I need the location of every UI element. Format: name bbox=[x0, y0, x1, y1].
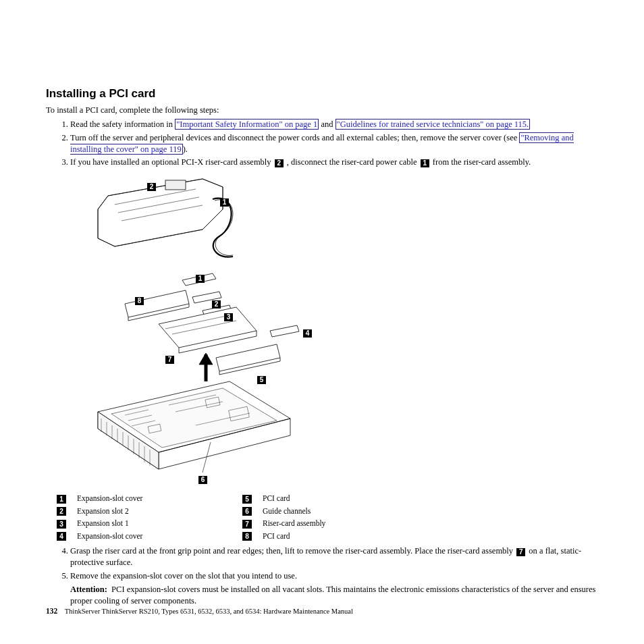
step-2: Turn off the server and peripheral devic… bbox=[70, 132, 603, 155]
step3-text-a: If you have installed an optional PCI-X … bbox=[70, 157, 273, 167]
legend-row-2: 2Expansion slot 2 bbox=[55, 506, 241, 517]
steps-list-continued: Grasp the riser card at the front grip p… bbox=[46, 545, 603, 606]
callout-1-inline: 1 bbox=[421, 159, 429, 167]
fig-callout-1: 1 bbox=[196, 275, 205, 283]
legend-row-7: 7Riser-card assembly bbox=[241, 518, 325, 529]
legend-row-5: 5PCI card bbox=[241, 493, 325, 504]
section-heading: Installing a PCI card bbox=[46, 86, 603, 102]
figure-area: 2 1 1 8 2 3 4 7 5 6 bbox=[61, 172, 603, 489]
legend-label-4: Expansion-slot cover bbox=[77, 531, 142, 542]
page-number: 132 bbox=[46, 607, 57, 615]
step5-text: Remove the expansion-slot cover on the s… bbox=[70, 571, 297, 581]
step4-text-a: Grasp the riser card at the front grip p… bbox=[70, 546, 515, 556]
footer-text: ThinkServer ThinkServer RS210, Types 653… bbox=[65, 608, 353, 615]
step3-text-c: from the riser-card assembly. bbox=[431, 157, 531, 167]
legend-label-5: PCI card bbox=[263, 493, 290, 504]
legend-num-3: 3 bbox=[57, 520, 66, 529]
legend-label-8: PCI card bbox=[263, 531, 290, 542]
legend-label-3: Expansion slot 1 bbox=[77, 518, 129, 529]
step2-text-a: Turn off the server and peripheral devic… bbox=[70, 133, 519, 142]
legend-row-1: 1Expansion-slot cover bbox=[55, 493, 241, 504]
step-3: If you have installed an optional PCI-X … bbox=[70, 157, 603, 168]
step3-text-b: , disconnect the riser-card power cable bbox=[285, 157, 419, 167]
fig-callout-6: 6 bbox=[198, 476, 207, 484]
legend-row-8: 8PCI card bbox=[241, 531, 325, 542]
fig-callout-2-upper: 2 bbox=[147, 183, 156, 191]
fig-callout-1-upper: 1 bbox=[220, 198, 229, 207]
page-content: Installing a PCI card To install a PCI c… bbox=[0, 0, 644, 607]
step-4: Grasp the riser card at the front grip p… bbox=[70, 545, 603, 568]
link-guidelines[interactable]: "Guidelines for trained service technici… bbox=[336, 119, 531, 130]
fig-callout-7: 7 bbox=[165, 356, 174, 364]
attention-label: Attention: bbox=[70, 585, 107, 594]
legend-num-8: 8 bbox=[242, 532, 252, 541]
legend-label-2: Expansion slot 2 bbox=[77, 506, 129, 517]
fig-callout-2: 2 bbox=[212, 300, 221, 308]
fig-callout-8: 8 bbox=[135, 297, 144, 305]
legend-label-6: Guide channels bbox=[263, 506, 311, 517]
legend-num-1: 1 bbox=[57, 495, 66, 504]
legend-num-6: 6 bbox=[242, 507, 252, 516]
legend-row-6: 6Guide channels bbox=[241, 506, 325, 517]
callout-7-inline: 7 bbox=[516, 548, 525, 556]
legend-num-7: 7 bbox=[242, 520, 252, 529]
legend-num-4: 4 bbox=[57, 532, 66, 541]
step-1: Read the safety information in "Importan… bbox=[70, 119, 603, 130]
attention-text: PCI expansion-slot covers must be instal… bbox=[70, 585, 595, 606]
legend-row-3: 3Expansion slot 1 bbox=[55, 518, 241, 529]
link-safety-info[interactable]: "Important Safety Information" on page 1 bbox=[175, 119, 319, 130]
legend-num-2: 2 bbox=[57, 507, 66, 516]
intro-text: To install a PCI card, complete the foll… bbox=[46, 105, 603, 116]
attention-block: Attention: PCI expansion-slot covers mus… bbox=[70, 584, 603, 607]
steps-list: Read the safety information in "Importan… bbox=[46, 119, 603, 169]
legend-label-1: Expansion-slot cover bbox=[77, 493, 142, 504]
page-footer: 132 ThinkServer ThinkServer RS210, Types… bbox=[46, 606, 353, 617]
step1-text-b: and bbox=[319, 119, 335, 129]
legend-label-7: Riser-card assembly bbox=[263, 518, 325, 529]
callout-2-inline: 2 bbox=[275, 159, 284, 167]
technical-diagram bbox=[61, 172, 344, 489]
step1-text-a: Read the safety information in bbox=[70, 119, 175, 129]
fig-callout-5: 5 bbox=[257, 376, 266, 384]
legend-num-5: 5 bbox=[242, 495, 252, 504]
fig-callout-4: 4 bbox=[303, 329, 312, 338]
svg-rect-0 bbox=[165, 180, 186, 190]
step-5: Remove the expansion-slot cover on the s… bbox=[70, 570, 603, 607]
legend-table: 1Expansion-slot cover 2Expansion slot 2 … bbox=[55, 493, 603, 541]
step2-text-b: ). bbox=[183, 144, 188, 154]
fig-callout-3: 3 bbox=[224, 313, 233, 321]
legend-row-4: 4Expansion-slot cover bbox=[55, 531, 241, 542]
